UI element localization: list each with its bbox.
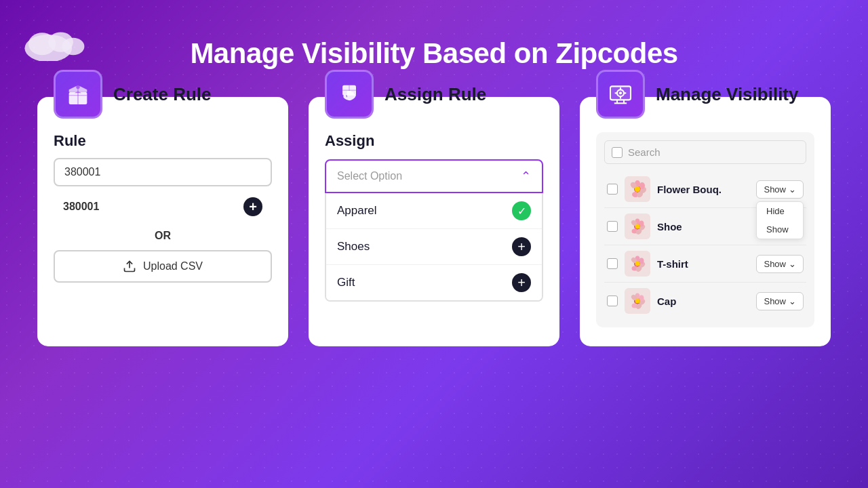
search-row: Search (604, 140, 806, 164)
svg-point-33 (639, 182, 645, 189)
search-placeholder: Search (628, 146, 799, 158)
add-gift-button[interactable]: + (512, 273, 531, 292)
upload-csv-button[interactable]: Upload CSV (54, 250, 272, 283)
visibility-inner: Search Flo (596, 132, 814, 327)
tshirt-show-button[interactable]: Show ⌄ (756, 255, 804, 273)
cap-show-button[interactable]: Show ⌄ (756, 292, 804, 310)
product-row-cap: Cap Show ⌄ (604, 283, 806, 319)
flower-show-dropdown[interactable]: Show ⌄ Hide Show (756, 180, 804, 199)
assign-label: Assign (325, 132, 543, 150)
manage-visibility-header: Manage Visibility (596, 70, 814, 119)
dropdown-list: Apparel ✓ Shoes + Gift + (325, 193, 543, 302)
dropdown-item-gift[interactable]: Gift + (326, 265, 542, 300)
select-dropdown[interactable]: Select Option ⌃ (325, 159, 543, 193)
flower-show-button[interactable]: Show ⌄ (756, 180, 804, 199)
chevron-down-icon: ⌄ (789, 259, 796, 269)
svg-point-12 (76, 85, 80, 89)
cap-checkbox[interactable] (607, 296, 618, 306)
tshirt-checkbox[interactable] (607, 258, 618, 269)
tshirt-thumbnail (625, 251, 650, 277)
tshirt-name: T-shirt (657, 258, 749, 270)
cards-container: Create Rule Rule 380001 + OR Upload CSV (0, 97, 868, 346)
flower-thumbnail (625, 176, 650, 202)
hide-option[interactable]: Hide (757, 202, 803, 220)
create-rule-icon (54, 70, 102, 119)
create-rule-card: Create Rule Rule 380001 + OR Upload CSV (37, 97, 288, 346)
svg-point-51 (635, 262, 640, 266)
assign-rule-title: Assign Rule (384, 84, 486, 105)
product-row-flower: Flower Bouq. Show ⌄ Hide Show (604, 171, 806, 208)
rule-input-wrapper[interactable] (54, 158, 272, 186)
assign-rule-header: Assign Rule (325, 70, 543, 119)
svg-point-57 (639, 296, 644, 302)
svg-point-3 (62, 38, 84, 56)
chevron-up-icon: ⌃ (521, 169, 531, 184)
check-icon: ✓ (512, 201, 531, 220)
manage-visibility-title: Manage Visibility (656, 84, 798, 105)
chevron-down-icon: ⌄ (789, 296, 796, 306)
flower-name: Flower Bouq. (657, 184, 749, 195)
assign-rule-card: Assign Rule Assign Select Option ⌃ Appar… (309, 97, 559, 346)
svg-point-35 (635, 186, 640, 192)
shoe-checkbox[interactable] (607, 221, 618, 232)
search-all-checkbox[interactable] (612, 147, 623, 158)
rule-input[interactable] (64, 166, 261, 178)
create-rule-title: Create Rule (113, 84, 212, 105)
svg-point-41 (639, 221, 644, 227)
show-option[interactable]: Show (757, 220, 803, 239)
shoe-thumbnail (625, 214, 650, 239)
rule-item: 380001 + (54, 192, 272, 222)
add-shoes-button[interactable]: + (512, 237, 531, 256)
upload-icon (123, 260, 136, 273)
svg-point-23 (619, 92, 622, 94)
or-divider: OR (54, 230, 272, 242)
svg-point-43 (635, 224, 640, 229)
assign-rule-icon (325, 70, 374, 119)
rule-label: Rule (54, 132, 272, 150)
manage-visibility-card: Manage Visibility Search (580, 97, 831, 346)
product-row-tshirt: T-shirt Show ⌄ (604, 245, 806, 283)
cap-name: Cap (657, 296, 749, 307)
dropdown-item-apparel[interactable]: Apparel ✓ (326, 193, 542, 229)
cap-show-dropdown[interactable]: Show ⌄ (756, 292, 804, 310)
flower-show-popup: Hide Show (756, 201, 804, 239)
shoe-name: Shoe (657, 221, 749, 232)
create-rule-header: Create Rule (54, 70, 272, 119)
cap-thumbnail (625, 288, 650, 314)
manage-visibility-icon (596, 70, 645, 119)
svg-point-59 (635, 299, 640, 304)
dropdown-item-shoes[interactable]: Shoes + (326, 229, 542, 265)
tshirt-show-dropdown[interactable]: Show ⌄ (756, 255, 804, 273)
cloud-decoration-left (20, 20, 95, 61)
chevron-down-icon: ⌄ (789, 184, 796, 195)
svg-point-49 (639, 258, 644, 264)
flower-checkbox[interactable] (607, 184, 618, 195)
add-rule-button[interactable]: + (243, 197, 262, 216)
